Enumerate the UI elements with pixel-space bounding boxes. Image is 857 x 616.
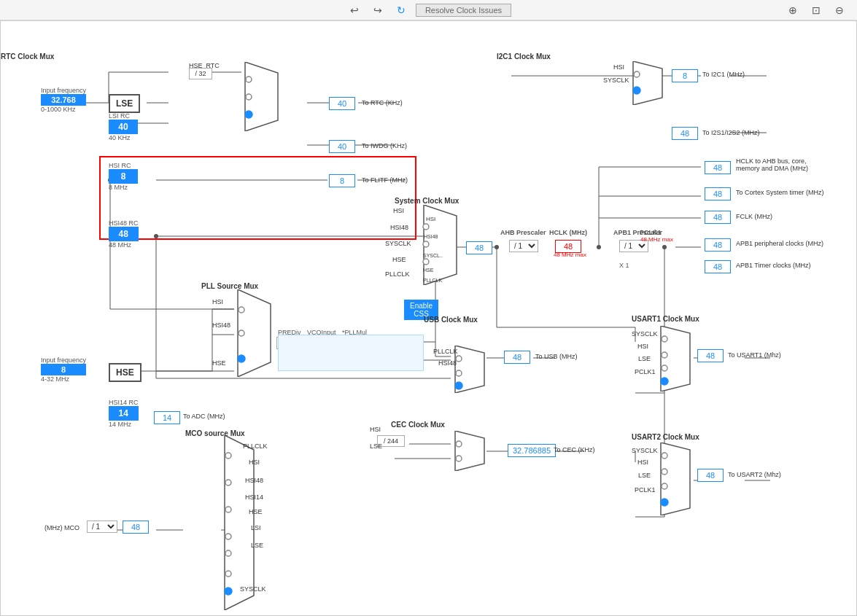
sysclk-output-value[interactable]: 48: [466, 241, 492, 254]
lse-box: LSE: [109, 94, 140, 113]
ahb-prescaler-label: AHB Prescaler: [500, 229, 546, 236]
usart2-output-value[interactable]: 48: [697, 469, 724, 482]
svg-point-111: [661, 378, 668, 385]
mco-div-select[interactable]: / 1: [87, 521, 117, 533]
hsi-rc-value[interactable]: 8: [109, 169, 138, 184]
hsi48-rc-block: HSI48 RC 48 48 MHz: [109, 219, 139, 249]
apb1-peripheral-value[interactable]: 48: [705, 238, 731, 252]
svg-point-69: [662, 245, 667, 249]
svg-point-89: [239, 307, 244, 313]
svg-point-94: [456, 370, 462, 376]
svg-point-104: [225, 550, 231, 556]
hsi48-usb-label: HSI48: [438, 359, 457, 367]
apb1-timer-value[interactable]: 48: [705, 260, 731, 273]
refresh-button[interactable]: ↻: [392, 1, 410, 19]
hsi48-sys-label: HSI48: [390, 224, 408, 231]
sysclk-i2c1-label: SYSCLK: [603, 77, 629, 84]
svg-point-80: [423, 224, 429, 230]
hsi-usart1-label: HSI: [637, 343, 648, 350]
svg-point-87: [633, 87, 640, 94]
mco-label: (MHz) MCO: [44, 524, 80, 531]
input-freq-2-value[interactable]: 8: [41, 364, 86, 375]
hclk-max-label: 48 MHz max: [554, 252, 586, 258]
sys-clk-mux-shape: HSI HSI48 SYSCL.. HSE PLLCLK: [420, 205, 460, 286]
hsi-sys-label: HSI: [393, 207, 404, 214]
pllclk-usb-label: PLLCLK: [433, 348, 458, 355]
svg-point-82: [423, 259, 429, 265]
fclk-output-value[interactable]: 48: [705, 211, 731, 224]
svg-point-102: [225, 507, 231, 512]
pllclk-mco-label: PLLCLK: [243, 442, 268, 450]
svg-point-97: [456, 441, 462, 447]
svg-point-115: [662, 483, 667, 489]
cec-label: To CEC (KHz): [554, 446, 595, 453]
zoom-in-button[interactable]: ⊕: [784, 1, 802, 19]
svg-point-98: [456, 456, 462, 461]
toolbar: ↩ ↪ ↻ Resolve Clock Issues ⊕ ⊡ ⊖: [0, 0, 857, 20]
svg-point-108: [662, 336, 667, 342]
clock-diagram: RTC Clock Mux I2C1 Clock Mux Input frequ…: [0, 20, 857, 616]
svg-point-110: [662, 365, 667, 371]
hsi-mco-label: HSI: [249, 459, 260, 466]
hclk-label: HCLK (MHz): [549, 229, 587, 236]
redo-button[interactable]: ↪: [369, 1, 387, 19]
mco-output-value[interactable]: 48: [123, 521, 149, 534]
lse-usart2-label: LSE: [638, 472, 651, 479]
resolve-clock-issues-button[interactable]: Resolve Clock Issues: [416, 4, 511, 17]
cec-output-value[interactable]: 32.786885: [508, 444, 556, 457]
pclk1-label: PCLK1: [640, 229, 662, 236]
rtc-output-value[interactable]: 40: [329, 97, 355, 110]
cortex-output-value[interactable]: 48: [705, 187, 731, 200]
svg-point-81: [423, 241, 429, 247]
undo-button[interactable]: ↩: [346, 1, 363, 19]
fclk-label: FCLK (MHz): [736, 213, 772, 220]
i2c1-output-value[interactable]: 8: [672, 69, 698, 82]
iwdg-output-value[interactable]: 40: [329, 140, 355, 153]
sysclk-usart1-label: SYSCLK: [632, 330, 658, 338]
to-rtc-label: To RTC (KHz): [362, 99, 403, 106]
usart1-output-value[interactable]: 48: [697, 349, 724, 362]
cec-clock-mux-title: CEC Clock Mux: [391, 421, 445, 429]
hsi14-rc-value[interactable]: 14: [109, 406, 139, 421]
i2c1-label: To I2C1 (MHz): [702, 71, 745, 78]
flitf-output-value[interactable]: 8: [329, 174, 355, 187]
lsi-rc-value[interactable]: 40: [109, 120, 138, 134]
hsi48-rc-value[interactable]: 48: [109, 227, 139, 241]
svg-point-91: [238, 355, 245, 362]
pclk1-usart2-label: PCLK1: [635, 486, 656, 494]
lsi-rc-label: LSI RC 40 40 KHz: [109, 112, 138, 141]
svg-point-116: [661, 499, 668, 506]
ahb-prescaler-select[interactable]: / 1: [509, 240, 538, 252]
svg-point-95: [455, 382, 462, 389]
adc-label: To ADC (MHz): [183, 413, 225, 420]
svg-text:HSI: HSI: [426, 216, 435, 222]
i2s-output-value[interactable]: 48: [672, 127, 698, 140]
fit-button[interactable]: ⊡: [807, 1, 825, 19]
svg-point-74: [246, 94, 252, 100]
pll-src-hsi48-label: HSI48: [212, 320, 230, 329]
rtc-clock-mux-title: RTC Clock Mux: [1, 52, 54, 61]
usb-output-value[interactable]: 48: [504, 351, 530, 364]
usart2-mux-shape: [657, 442, 694, 517]
pclk1-usart1-label: PCLK1: [635, 368, 656, 375]
adc-output-value[interactable]: 14: [154, 411, 180, 424]
pll-src-hsi-label: HSI: [212, 297, 223, 305]
usart1-mux-shape: [657, 326, 694, 393]
svg-point-113: [662, 453, 667, 459]
hse-box: HSE: [109, 363, 141, 382]
ahb-output-value[interactable]: 48: [705, 161, 731, 174]
svg-point-73: [246, 77, 252, 82]
i2s-label: To I2S1/I2S2 (MHz): [702, 129, 760, 136]
cec-mux-shape: [451, 431, 488, 472]
hsi-usart2-label: HSI: [637, 459, 648, 466]
usb-label: To USB (MHz): [535, 353, 578, 360]
input-freq-1-value[interactable]: 32.768: [41, 94, 86, 106]
usart2-clock-mux-title: USART2 Clock Mux: [632, 433, 699, 441]
usb-clock-mux-title: USB Clock Mux: [424, 316, 478, 324]
svg-point-114: [662, 469, 667, 475]
input-freq-1-label: Input frequency 32.768 0-1000 KHz: [41, 87, 86, 113]
i2c1-mux-shape: [629, 61, 666, 106]
usart2-label: To USART2 (Mhz): [728, 471, 781, 478]
zoom-out-button[interactable]: ⊖: [831, 1, 848, 19]
hsi-cec-label: HSI: [370, 426, 381, 433]
